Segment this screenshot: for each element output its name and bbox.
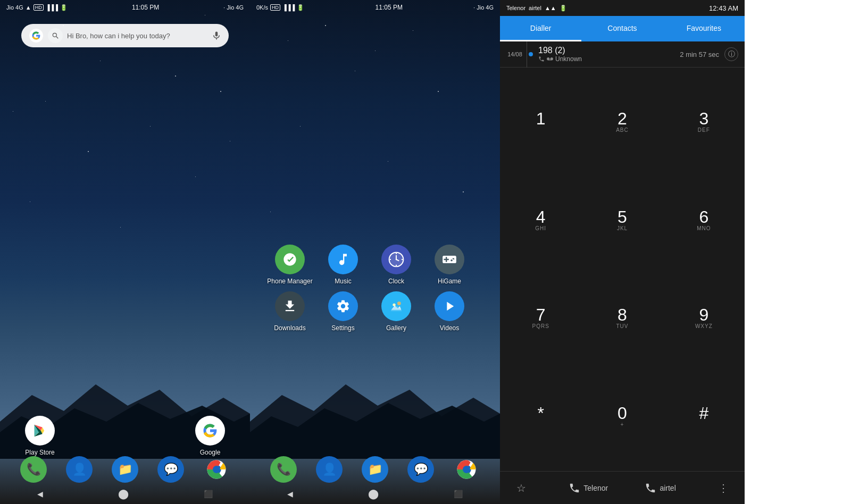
back-btn-right[interactable]: ◀ [287, 490, 293, 498]
svg-point-2 [53, 33, 56, 37]
downloads-icon [275, 291, 305, 321]
app-clock[interactable]: Clock [372, 245, 420, 285]
dock-contacts-right[interactable]: 👤 [316, 456, 343, 483]
dock-chrome-right[interactable] [453, 456, 480, 483]
home-btn-left[interactable]: ⬤ [118, 488, 129, 500]
app-grid: Phone Manager Music [266, 245, 473, 332]
call-number: 198 (2) [538, 46, 674, 55]
home-btn-right[interactable]: ⬤ [368, 488, 379, 500]
call-sub: Unknown [538, 55, 674, 63]
gallery-label: Gallery [386, 324, 406, 332]
app-item-play-store[interactable]: Play Store [16, 416, 64, 456]
dock-messages-right[interactable]: 💬 [407, 456, 434, 483]
dock-right: 📞 👤 📁 💬 [250, 456, 500, 483]
app-settings[interactable]: Settings [319, 291, 367, 332]
phone-manager-icon [275, 245, 305, 274]
dialler-bottom-bar: ☆ Telenor airtel ⋮ [500, 471, 745, 504]
keypad-row-1: 1 2 ABC 3 DEF [500, 73, 745, 171]
airtel-label: airtel [660, 484, 675, 492]
dialler-battery: 🔋 [560, 5, 567, 12]
call-date: 14/08 [506, 51, 523, 57]
dialler-status-bar: Telenor airtel ▲▲ 🔋 12:43 AM [500, 0, 745, 16]
dock-phone[interactable]: 📞 [20, 456, 47, 483]
app-phone-manager[interactable]: Phone Manager [266, 245, 314, 285]
signal-right: ▐▐▐ [282, 4, 295, 11]
key-1[interactable]: 1 [500, 73, 581, 171]
nav-bar-left: ◀ ⬤ ⬛ [0, 484, 250, 504]
app-downloads[interactable]: Downloads [266, 291, 314, 332]
key-9[interactable]: 9 WXYZ [663, 270, 745, 368]
airtel-call-button[interactable]: airtel [645, 482, 675, 494]
dialler-panel: Telenor airtel ▲▲ 🔋 12:43 AM Dialler Con… [500, 0, 745, 504]
telenor-call-button[interactable]: Telenor [569, 482, 608, 494]
dock-left: 📞 👤 📁 💬 [0, 456, 250, 483]
google-g-logo [29, 28, 44, 43]
app-videos[interactable]: Videos [426, 291, 473, 332]
signal-icon: ▲ [26, 4, 31, 11]
tab-contacts[interactable]: Contacts [581, 16, 663, 41]
settings-label: Settings [331, 324, 354, 332]
key-3[interactable]: 3 DEF [663, 73, 745, 171]
key-star[interactable]: * [500, 367, 581, 466]
hd-badge: HD [34, 4, 44, 11]
videos-label: Videos [440, 324, 459, 332]
status-bar-left: Jio 4G ▲ HD ▐▐▐ 🔋 11:05 PM · Jio 4G [0, 0, 250, 15]
call-dot [529, 52, 533, 56]
dock-files-right[interactable]: 📁 [362, 456, 388, 483]
time-center-left: 11:05 PM [132, 4, 159, 11]
nav-bar-right: ◀ ⬤ ⬛ [250, 484, 500, 504]
app-music[interactable]: Music [319, 245, 367, 285]
dock-files[interactable]: 📁 [112, 456, 138, 483]
google-label: Google [200, 449, 221, 456]
app-gallery[interactable]: Gallery [372, 291, 420, 332]
google-icon [195, 416, 225, 446]
dialler-time: 12:43 AM [709, 4, 738, 12]
dock-chrome[interactable] [203, 456, 230, 483]
key-2[interactable]: 2 ABC [581, 73, 663, 171]
call-info-button[interactable]: ⓘ [724, 47, 738, 61]
speed-indicator: 0K/s [256, 4, 268, 11]
left-phone-panel: Jio 4G ▲ HD ▐▐▐ 🔋 11:05 PM · Jio 4G Hi B… [0, 0, 250, 504]
search-placeholder[interactable]: Hi Bro, how can i help you today? [67, 32, 207, 40]
carrier-left: Jio 4G [6, 4, 23, 11]
app-higame[interactable]: HiGame [426, 245, 473, 285]
search-bar[interactable]: Hi Bro, how can i help you today? [21, 24, 229, 47]
clock-icon [381, 245, 411, 274]
back-btn-left[interactable]: ◀ [37, 490, 43, 498]
hd-badge-right: HD [270, 4, 280, 11]
mic-icon[interactable] [212, 31, 221, 40]
call-log-entry[interactable]: 14/08 198 (2) Unknown 2 min 57 sec ⓘ [500, 41, 745, 68]
key-4[interactable]: 4 GHI [500, 171, 581, 270]
more-options-button[interactable]: ⋮ [713, 477, 734, 499]
key-0[interactable]: 0 + [581, 367, 663, 466]
tab-dialler[interactable]: Dialler [500, 16, 581, 41]
key-7[interactable]: 7 PQRS [500, 270, 581, 368]
play-store-icon [25, 416, 55, 446]
app-item-google[interactable]: Google [186, 416, 234, 456]
search-circle-icon[interactable] [48, 28, 63, 43]
recents-btn-left[interactable]: ⬛ [204, 490, 213, 498]
svg-line-3 [56, 37, 59, 39]
dock-phone-right[interactable]: 📞 [270, 456, 297, 483]
dock-messages[interactable]: 💬 [157, 456, 184, 483]
call-duration: 2 min 57 sec [680, 51, 719, 58]
keypad-row-3: 7 PQRS 8 TUV 9 WXYZ [500, 270, 745, 368]
play-store-label: Play Store [25, 449, 54, 456]
status-left: Jio 4G ▲ HD ▐▐▐ 🔋 [6, 4, 68, 11]
key-hash[interactable]: # [663, 367, 745, 466]
battery-icon: 🔋 [60, 4, 68, 11]
key-6[interactable]: 6 MNO [663, 171, 745, 270]
settings-icon [328, 291, 358, 321]
key-5[interactable]: 5 JKL [581, 171, 663, 270]
time-right: 11:05 PM [376, 4, 403, 11]
favourites-star-button[interactable]: ☆ [511, 477, 532, 499]
call-info: 198 (2) Unknown [538, 46, 674, 63]
svg-point-20 [393, 304, 395, 306]
call-sub-text: Unknown [555, 55, 582, 63]
dock-contacts[interactable]: 👤 [66, 456, 93, 483]
key-8[interactable]: 8 TUV [581, 270, 663, 368]
higame-icon [435, 245, 464, 274]
tab-favourites[interactable]: Favourites [663, 16, 745, 41]
recents-btn-right[interactable]: ⬛ [454, 490, 463, 498]
mountains-bg-right [250, 374, 500, 459]
